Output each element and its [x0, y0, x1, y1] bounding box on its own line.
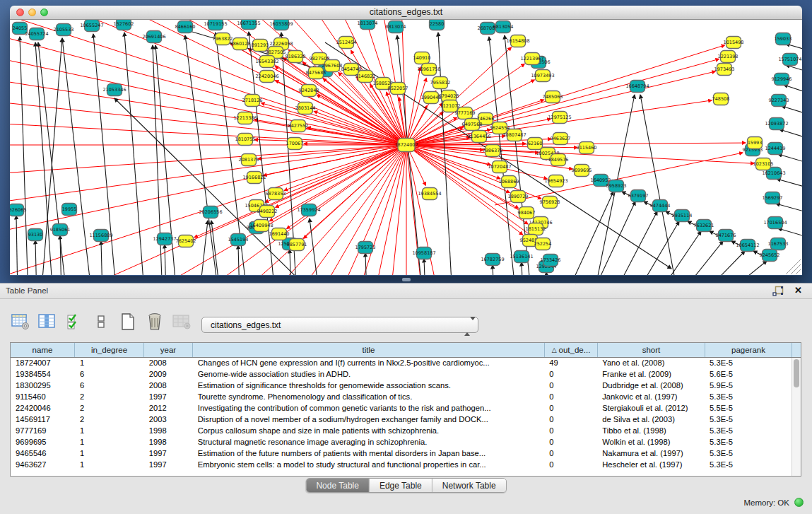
graph-node-label: 16210643	[762, 170, 785, 176]
table-mode-icon[interactable]	[10, 312, 31, 332]
graph-node-label: 1810755	[235, 136, 256, 142]
graph-node-label: 6813054	[493, 24, 514, 30]
close-panel-icon[interactable]: ✕	[794, 285, 802, 296]
table-cell: 0	[544, 437, 597, 448]
citation-edge	[424, 259, 425, 275]
graph-node-label: 1973493	[714, 66, 735, 72]
column-header-in-degree[interactable]: in_degree	[75, 343, 144, 357]
graph-node-label: 170067	[286, 141, 304, 146]
table-row[interactable]: 977716911998Corpus callosum shape and si…	[11, 426, 792, 437]
graph-node-label: 7986372	[483, 148, 503, 153]
graph-node-label: 1815132	[526, 226, 546, 232]
citation-edge	[657, 231, 701, 275]
window-titlebar[interactable]: citations_edges.txt	[10, 6, 802, 20]
table-cell: 2008	[144, 380, 193, 392]
table-cell: 9699695	[11, 437, 75, 448]
show-column-icon[interactable]	[37, 312, 58, 332]
float-panel-icon[interactable]	[772, 286, 784, 297]
citation-edge	[495, 153, 743, 205]
graph-node-label: 2718126	[242, 98, 263, 103]
split-divider[interactable]	[402, 278, 411, 281]
citation-edge	[10, 34, 406, 145]
table-row[interactable]: 1456911722003Disruption of a novel membe…	[11, 414, 792, 426]
table-row[interactable]: 969969511998Structural magnetic resonanc…	[11, 437, 792, 448]
column-header-short[interactable]: short	[598, 343, 705, 357]
citation-edge	[284, 145, 406, 190]
select-columns-icon[interactable]	[64, 312, 85, 332]
table-cell: 2	[75, 414, 144, 426]
table-cell: 0	[544, 460, 597, 471]
table-cell: 0	[544, 380, 597, 392]
row-height-icon[interactable]	[90, 312, 112, 332]
table-cell: Hescheler et al. (1997)	[597, 460, 705, 471]
column-header-pagerank[interactable]: pagerank	[705, 343, 792, 357]
scrollbar-thumb[interactable]	[794, 359, 799, 387]
table-row[interactable]: 946554611997Estimation of the future num…	[11, 448, 792, 460]
table-cell: 49	[544, 358, 597, 369]
citation-edge	[493, 265, 494, 275]
graph-node-label: 21364456	[467, 134, 490, 139]
node-table: namein_degreeyeartitle△out_de...shortpag…	[10, 342, 801, 477]
table-row[interactable]: 1938455462009Genome-wide association stu…	[11, 369, 792, 380]
graph-node-label: 10655247	[80, 23, 103, 28]
table-select-value: citations_edges.txt	[211, 320, 281, 330]
network-canvas[interactable]: 2405524055724210553310655247152760220691…	[10, 20, 802, 275]
graph-node-label: 8466160	[175, 24, 196, 30]
graph-node-label: 1015498	[724, 40, 744, 45]
graph-node-label: 16961758	[417, 66, 440, 72]
column-header-name[interactable]: name	[11, 343, 75, 357]
table-cell: 5.9E-5	[705, 380, 792, 392]
graph-node-label: 18724007	[394, 142, 418, 148]
graph-node-label: 1691440	[269, 231, 290, 237]
table-row[interactable]: 2242004622012Investigating the contribut…	[11, 403, 792, 414]
table-cell: 2	[75, 392, 144, 403]
citation-edge	[640, 95, 675, 275]
table-cell: Dudbridge et al. (2008)	[597, 380, 705, 392]
table-select-dropdown[interactable]: citations_edges.txt	[201, 317, 478, 333]
table-cell: 5.3E-5	[705, 437, 792, 448]
delete-table-icon-disabled	[171, 312, 192, 332]
new-column-icon[interactable]	[117, 312, 139, 332]
graph-node-label: 15136141	[510, 254, 533, 259]
graph-node-label: 9227343	[769, 98, 789, 103]
table-cell: Embryonic stem cells: a model to study s…	[193, 460, 545, 471]
table-row[interactable]: 911546021997Tourette syndrome. Phenomeno…	[11, 392, 792, 403]
graph-node-label: 2105533	[54, 27, 74, 33]
graph-node-label: 9756928	[540, 199, 560, 205]
citation-edge	[165, 245, 166, 275]
tab-network-table[interactable]: Network Table	[432, 479, 506, 492]
tab-edge-table[interactable]: Edge Table	[369, 479, 432, 492]
table-row[interactable]: 1872400712008Changes of HCN gene express…	[11, 358, 792, 369]
graph-node-label: 1068869	[499, 179, 519, 185]
graph-node-label: 10719155	[204, 21, 227, 27]
table-row[interactable]: 1830029562008Estimation of significance …	[11, 380, 792, 392]
memory-status-icon	[794, 498, 804, 507]
table-row[interactable]: 946362711997Embryonic stem cells: a mode…	[11, 460, 792, 471]
graph-node-label: 3624554	[490, 125, 510, 131]
table-cell: 9463627	[11, 460, 75, 471]
graph-node-label: 6379197	[628, 193, 649, 199]
graph-node-label: 19384554	[418, 191, 441, 197]
citation-edge	[35, 240, 37, 275]
column-header-year[interactable]: year	[144, 343, 193, 357]
citation-edge	[782, 106, 802, 115]
column-header-title[interactable]: title	[193, 343, 545, 357]
graph-node-label: 19166821	[242, 175, 266, 180]
table-cell: 2	[75, 403, 144, 414]
citation-edge	[238, 245, 240, 275]
column-header-out-de-[interactable]: △out_de...	[545, 343, 598, 357]
graph-node-label: 1849576	[548, 157, 569, 163]
delete-column-icon[interactable]	[144, 312, 165, 332]
table-scrollbar[interactable]	[792, 358, 801, 476]
tab-node-table[interactable]: Node Table	[306, 479, 369, 492]
graph-node-label: 9245652	[760, 252, 780, 258]
table-cell: 1997	[144, 448, 193, 460]
dropdown-stepper-icon	[464, 320, 471, 331]
table-cell: 5.5E-5	[705, 403, 792, 414]
graph-node-label: 8427552	[288, 123, 309, 129]
graph-node-label: 1023105	[753, 161, 774, 167]
network-view-window: citations_edges.txt 24055240557242105533…	[10, 6, 802, 276]
graph-node-label: 1795723	[355, 245, 376, 250]
graph-node-label: 10958187	[412, 250, 435, 256]
citation-edge	[786, 65, 802, 72]
